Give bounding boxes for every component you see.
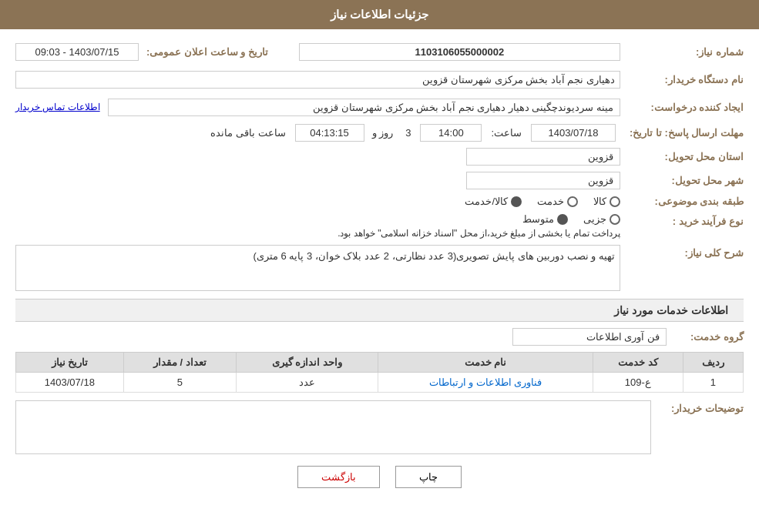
province-label: استان محل تحویل: — [620, 151, 744, 162]
category-khadamat-label: خدمت — [537, 196, 564, 207]
print-button[interactable]: چاپ — [395, 466, 462, 488]
category-row: طبقه بندی موضوعی: کالا خدمت کالا/خدمت — [15, 196, 744, 207]
category-label: طبقه بندی موضوعی: — [620, 196, 744, 207]
deadline-label: مهلت ارسال پاسخ: تا تاریخ: — [620, 127, 744, 139]
description-row: شرح کلی نیاز: تهیه و نصب دوربین های پایش… — [15, 245, 744, 291]
buyer-notes-row: توضیحات خریدار: — [15, 400, 744, 454]
cell-quantity: 5 — [123, 373, 236, 393]
category-options: کالا خدمت کالا/خدمت — [465, 196, 620, 207]
page-header: جزئیات اطلاعات نیاز — [0, 0, 759, 29]
radio-khadamat — [567, 196, 578, 207]
page-title: جزئیات اطلاعات نیاز — [331, 8, 428, 21]
city-row: شهر محل تحویل: قزوین — [15, 172, 744, 189]
province-row: استان محل تحویل: قزوین — [15, 148, 744, 166]
group-row: گروه خدمت: فن آوری اطلاعات — [15, 328, 744, 346]
purchase-type-row: نوع فرآیند خرید : جزیی متوسط پرداخت تمام… — [15, 213, 744, 239]
col-service-code: کد خدمت — [593, 353, 683, 373]
contact-link[interactable]: اطلاعات تماس خریدار — [15, 102, 100, 112]
city-value: قزوین — [466, 172, 620, 189]
need-number-label: شماره نیاز: — [620, 46, 744, 58]
announcement-date-value: 1403/07/15 - 09:03 — [15, 43, 139, 61]
col-date: تاریخ نیاز — [16, 353, 124, 373]
announcement-date-label: تاریخ و ساعت اعلان عمومی: — [139, 46, 268, 58]
description-label: شرح کلی نیاز: — [620, 245, 744, 259]
buyer-value: دهیاری نجم آباد بخش مرکزی شهرستان قزوین — [15, 71, 620, 89]
group-label: گروه خدمت: — [667, 331, 744, 343]
category-kala-label: کالا — [593, 196, 606, 207]
category-kala-khadamat: کالا/خدمت — [465, 196, 522, 207]
need-number-row: شماره نیاز: 1103106055000002 تاریخ و ساع… — [15, 41, 744, 62]
creator-label: ایجاد کننده درخواست: — [620, 102, 744, 113]
province-value: قزوین — [466, 148, 620, 166]
deadline-date: 1403/07/18 — [531, 124, 616, 142]
buyer-row: نام دستگاه خریدار: دهیاری نجم آباد بخش م… — [15, 69, 744, 90]
cell-date: 1403/07/18 — [16, 373, 124, 393]
purchase-type-jozi: جزیی — [583, 213, 620, 225]
col-quantity: تعداد / مقدار — [123, 353, 236, 373]
deadline-row: مهلت ارسال پاسخ: تا تاریخ: 1403/07/18 سا… — [15, 124, 744, 142]
category-kala: کالا — [593, 196, 620, 207]
col-service-name: نام خدمت — [378, 353, 593, 373]
radio-jozi — [610, 214, 620, 225]
purchase-type-label: نوع فرآیند خرید : — [620, 213, 744, 227]
buyer-notes-label: توضیحات خریدار: — [651, 400, 744, 414]
table-row: 1 ع-109 فناوری اطلاعات و ارتباطات عدد 5 … — [16, 373, 744, 393]
purchase-type-motavasset: متوسط — [522, 213, 568, 225]
city-label: شهر محل تحویل: — [620, 175, 744, 186]
col-unit: واحد اندازه گیری — [236, 353, 378, 373]
description-value: تهیه و نصب دوربین های پایش تصویری(3 عدد … — [15, 245, 620, 291]
col-row-num: ردیف — [683, 353, 743, 373]
radio-motavasset — [557, 214, 568, 225]
creator-row: ایجاد کننده درخواست: مینه سردیوندچگینی د… — [15, 96, 744, 118]
buyer-label: نام دستگاه خریدار: — [620, 74, 744, 85]
purchase-type-motavasset-label: متوسط — [522, 213, 554, 225]
deadline-remaining-label: ساعت باقی مانده — [206, 127, 290, 139]
group-value: فن آوری اطلاعات — [512, 328, 667, 346]
actions-row: چاپ بازگشت — [15, 466, 744, 488]
purchase-type-jozi-label: جزیی — [583, 213, 606, 225]
buyer-notes-value — [15, 400, 651, 454]
table-header-row: ردیف کد خدمت نام خدمت واحد اندازه گیری ت… — [16, 353, 744, 373]
deadline-time: 14:00 — [420, 124, 482, 142]
category-khadamat: خدمت — [537, 196, 578, 207]
services-table: ردیف کد خدمت نام خدمت واحد اندازه گیری ت… — [15, 352, 744, 393]
cell-service-code: ع-109 — [593, 373, 683, 393]
service-info-title: اطلاعات خدمات مورد نیاز — [15, 299, 744, 322]
need-number-value: 1103106055000002 — [299, 43, 620, 61]
purchase-type-content: جزیی متوسط پرداخت تمام یا بخشی از مبلغ خ… — [15, 213, 620, 239]
purchase-type-radios: جزیی متوسط — [15, 213, 620, 225]
cell-row-num: 1 — [683, 373, 743, 393]
deadline-days: 3 — [401, 127, 415, 139]
cell-unit: عدد — [236, 373, 378, 393]
radio-kala-khadamat — [511, 196, 522, 207]
deadline-days-label: روز و — [369, 127, 397, 139]
creator-value: مینه سردیوندچگینی دهیار دهیاری نجم آباد … — [108, 99, 620, 116]
deadline-remaining: 04:13:15 — [295, 124, 364, 142]
category-kala-khadamat-label: کالا/خدمت — [465, 196, 508, 207]
cell-service-name: فناوری اطلاعات و ارتباطات — [378, 373, 593, 393]
deadline-time-label: ساعت: — [486, 127, 526, 139]
radio-kala — [610, 196, 620, 207]
purchase-note: پرداخت تمام یا بخشی از مبلغ خرید،از محل … — [15, 228, 620, 239]
back-button[interactable]: بازگشت — [297, 466, 380, 488]
